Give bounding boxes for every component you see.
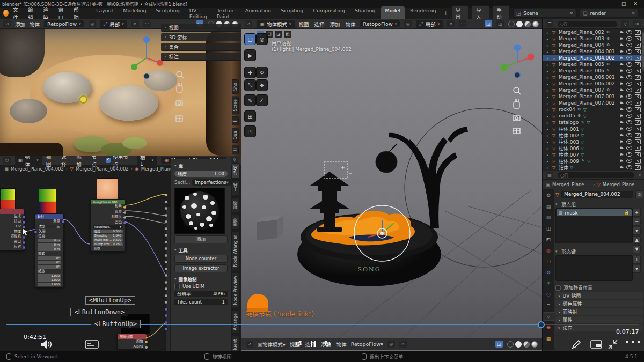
expand-icon[interactable]: ▸: [547, 82, 551, 86]
expand-icon[interactable]: ▸: [547, 37, 551, 41]
render-visibility-icon[interactable]: [635, 159, 641, 164]
visibility-icon[interactable]: [626, 88, 632, 92]
pause-button[interactable]: [311, 341, 316, 347]
snap-magnet-icon[interactable]: ∩: [399, 341, 407, 348]
expand-icon[interactable]: ▸: [547, 146, 551, 150]
properties-tab-modifiers[interactable]: ⚙: [543, 269, 554, 276]
outliner[interactable]: ☰ ○⃘ ▽ ⊞ ▸▽Merged_Plane_002⚙▸▽Merged_Pla…: [542, 19, 644, 171]
shape-keys-list[interactable]: + ▾: [555, 255, 633, 281]
strength-slider[interactable]: 强度1.00: [174, 171, 228, 177]
visibility-icon[interactable]: [626, 49, 632, 54]
workspace-tab-Sculpting[interactable]: Sculpting: [151, 6, 184, 20]
selectable-icon[interactable]: [620, 56, 624, 60]
xray-toggle-icon[interactable]: ◫: [496, 20, 504, 27]
move-up-button[interactable]: ▲: [633, 236, 641, 244]
outliner-row[interactable]: ▸▽Merged_Plane_006.001: [543, 74, 644, 80]
outliner-row[interactable]: ▸▽Merged_Plane_006.002: [543, 80, 644, 87]
resolution-field[interactable]: 分辨率:4096: [174, 291, 228, 297]
expand-icon[interactable]: ▸: [547, 43, 551, 47]
use-udim-checkbox[interactable]: Use UDIM: [174, 284, 228, 289]
normals-panel[interactable]: 法向: [563, 324, 573, 331]
render-visibility-icon[interactable]: [635, 101, 641, 106]
outliner-row[interactable]: ▸▽柱体.002▽: [543, 132, 644, 138]
add-vertex-group-button[interactable]: +: [633, 209, 641, 217]
properties-tab-tool[interactable]: ⚙: [543, 191, 554, 199]
outliner-row[interactable]: ▸▽Merged_Plane_007.002: [543, 100, 644, 106]
menu-渲染[interactable]: 渲染: [43, 5, 49, 21]
selectable-icon[interactable]: [620, 146, 624, 150]
editor-type-icon[interactable]: ▤: [546, 172, 553, 179]
render-visibility-icon[interactable]: [635, 133, 641, 138]
selectable-icon[interactable]: [620, 94, 624, 99]
measure-tool[interactable]: ∠: [256, 94, 268, 106]
menu-物体[interactable]: 物体: [346, 20, 356, 28]
imperfection-preview[interactable]: [174, 188, 225, 234]
visibility-icon[interactable]: [626, 43, 632, 47]
side-tab-H[interactable]: H: [232, 145, 239, 154]
panel-title[interactable]: 库: [179, 162, 184, 169]
side-tab-视图[interactable]: 视图: [232, 197, 240, 212]
retopoflow-menu[interactable]: RetopoFlow▾: [351, 341, 383, 347]
render-visibility-icon[interactable]: [635, 75, 641, 80]
selectable-icon[interactable]: [620, 62, 624, 67]
scene-unlink-icon[interactable]: ✕: [569, 11, 574, 16]
render-visibility-icon[interactable]: [635, 120, 641, 125]
scene-selector[interactable]: ◲ Scene ✕: [513, 9, 577, 18]
shading-mode-buttons[interactable]: [508, 21, 539, 27]
expand-icon[interactable]: ▸: [547, 153, 551, 157]
viewport-nav-gizmo[interactable]: [498, 41, 536, 137]
editor-type-icon[interactable]: ⊿: [245, 20, 252, 27]
vertex-group-item[interactable]: ▦ mask 🔒: [557, 209, 632, 216]
side-tab-Fluent[interactable]: Fluent: [232, 336, 240, 351]
expand-icon[interactable]: ▸: [547, 95, 551, 99]
overlay-toggle-icon[interactable]: ◱: [485, 20, 492, 27]
left-viewport-nav-icons[interactable]: [173, 69, 187, 138]
render-visibility-icon[interactable]: [635, 82, 641, 86]
add-workspace-button[interactable]: +: [441, 10, 451, 16]
image-extractor-button[interactable]: Image extractor: [174, 264, 228, 272]
selectable-icon[interactable]: [620, 69, 624, 73]
menu-add[interactable]: 添加: [15, 20, 25, 28]
editor-type-icon[interactable]: ⊿: [246, 341, 253, 348]
visibility-icon[interactable]: [626, 107, 632, 112]
shape-keys-panel[interactable]: 形态键: [561, 248, 576, 255]
workspace-tab-Model[interactable]: Model: [381, 6, 405, 20]
menu-物体[interactable]: 物体: [336, 341, 347, 348]
rendered-shading-icon[interactable]: [532, 21, 539, 27]
outliner-row[interactable]: ▸▽柱体.001▽: [543, 125, 644, 132]
render-visibility-icon[interactable]: [635, 43, 641, 48]
npanel-section-3D 游标[interactable]: ›3D 游标: [161, 33, 241, 41]
transform-pivot-icon[interactable]: ◎: [387, 341, 395, 348]
options-dropdown-icon[interactable]: ▾: [639, 173, 641, 178]
render-visibility-icon[interactable]: [635, 88, 641, 93]
side-tab-F[interactable]: F: [232, 116, 239, 125]
visibility-icon[interactable]: [626, 101, 632, 105]
workspace-tab-Layout[interactable]: Layout: [92, 6, 118, 20]
outliner-row[interactable]: ▸▽Merged_Plane_007.001: [543, 93, 644, 100]
expand-icon[interactable]: ▸: [547, 101, 551, 105]
manual-button[interactable]: 手动: [493, 5, 510, 21]
workspace-tab-Rendering[interactable]: Rendering: [406, 6, 441, 20]
outliner-row[interactable]: ▸▽柱体.007▽: [543, 151, 644, 158]
workspace-tab-Shading[interactable]: Shading: [350, 6, 380, 20]
box-select-tool[interactable]: ▢: [244, 33, 256, 45]
wireframe-shading-icon[interactable]: [508, 21, 515, 27]
exit-fullscreen-icon[interactable]: [608, 339, 618, 350]
selectable-icon[interactable]: [620, 139, 624, 144]
render-visibility-icon[interactable]: [635, 127, 641, 131]
properties-tab-texture[interactable]: ▦: [543, 335, 554, 342]
menu-文件[interactable]: 文件: [13, 5, 19, 21]
visibility-icon[interactable]: [626, 120, 632, 124]
annotate-tool[interactable]: ✎: [244, 94, 256, 106]
lock-icon[interactable]: 🔒: [624, 210, 630, 215]
outliner-row[interactable]: ▸▽柱体.003▽: [543, 138, 644, 145]
tiles-count-field[interactable]: Tiles count1: [174, 299, 228, 305]
expand-icon[interactable]: ▸: [547, 69, 551, 73]
render-visibility-icon[interactable]: [635, 152, 641, 157]
proportional-edit-icon[interactable]: ◠: [459, 20, 466, 27]
tweak-tool[interactable]: ◎: [256, 33, 268, 45]
slot-dropdown[interactable]: 槽 1▾: [137, 156, 157, 167]
visibility-icon[interactable]: [626, 62, 632, 67]
properties-tab-object[interactable]: ◻: [543, 257, 554, 265]
outliner-row[interactable]: ▸▽Merged_Plane_006✎: [543, 68, 644, 74]
